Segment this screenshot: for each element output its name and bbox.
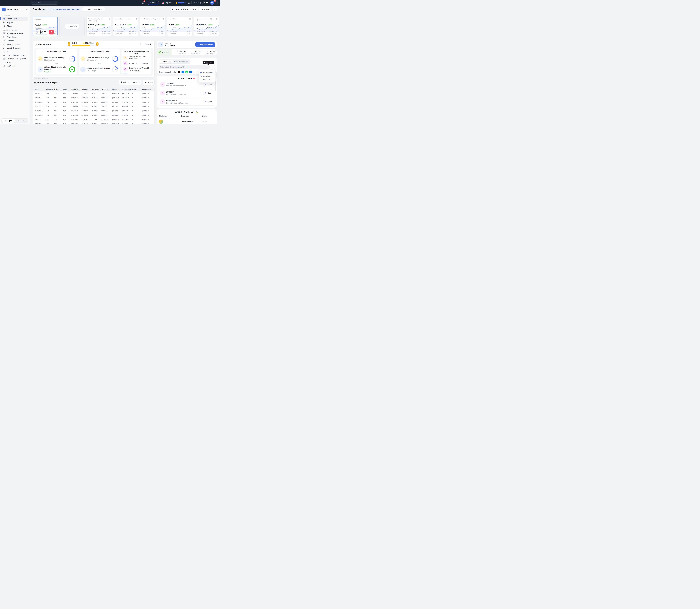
kpi-card-signups[interactable]: Sign-Ups 78,500 +100% Sign-Ups Current m… [33, 17, 58, 36]
theme-light-button[interactable]: Light [2, 119, 15, 123]
sidebar-item-reports[interactable]: Reports [2, 21, 28, 24]
vertical-scrollbar[interactable] [150, 56, 151, 69]
sidebar-item-products[interactable]: Products [2, 39, 28, 42]
sidebar-item-marketing-tools[interactable]: Marketing Tools [2, 42, 28, 46]
sidebar-item-offers[interactable]: Offers [2, 24, 28, 28]
column-header[interactable]: Deposits [82, 88, 92, 90]
table-row[interactable]: 30/09/2…2766215140$113350$239400$179750$… [33, 91, 154, 95]
challenge-row[interactable]: 35% CopyRate 2d left [159, 120, 215, 124]
search-icon [55, 2, 56, 4]
menu-item-shorten-link[interactable]: Shorten Link [199, 78, 216, 82]
delete-kpi-button[interactable] [49, 30, 54, 34]
plus-icon [67, 25, 69, 27]
sidebar-item-affiliate-management[interactable]: Affiliate Management [2, 32, 28, 35]
column-header[interactable]: Withdra… [102, 88, 112, 90]
menu-item-get-code[interactable]: Get Code [199, 74, 216, 78]
report-expand-button[interactable]: Expand [142, 80, 155, 85]
sidebar-item-dashboard[interactable]: Dashboard [2, 17, 28, 21]
date-range-picker[interactable]: Jan 6, 2024 – Jan 13, 2024 [171, 7, 198, 12]
change-kpi-button[interactable]: Change KPI [36, 30, 48, 34]
column-header[interactable]: ClientPnl [112, 88, 122, 90]
table-row[interactable]: 02/10/20…2681224112$31222.3$179750$58258… [33, 122, 154, 124]
info-icon[interactable]: i [214, 52, 216, 54]
switch-old-version-button[interactable]: Switch to Old Version [82, 7, 105, 12]
complete-check-ring [69, 66, 75, 73]
column-header[interactable]: CPAs [63, 88, 71, 90]
share-x-icon[interactable]: X [177, 71, 181, 73]
swap-icon [37, 31, 39, 33]
language-selector[interactable]: Eng (US) [162, 2, 172, 4]
tab-tracking-link[interactable]: Tracking Link [159, 60, 173, 63]
drag-handle-icon[interactable] [136, 18, 137, 20]
share-facebook-icon[interactable]: f [182, 71, 184, 73]
table-row[interactable]: 30/09/2…2766215140$113350$239400$179750$… [33, 95, 154, 100]
share-whatsapp-icon[interactable] [185, 71, 188, 73]
columns-button[interactable]: Columns: 9 out of 19 [119, 80, 141, 85]
column-header[interactable]: First Dep… [71, 88, 82, 90]
drag-handle-icon[interactable] [216, 18, 218, 20]
sidebar-item-notifications[interactable]: Notifications [2, 64, 28, 68]
copy-coupon-button[interactable]: Copy [203, 91, 214, 95]
horizontal-scrollbar[interactable] [33, 36, 61, 37]
theme-dark-button[interactable]: Dark [15, 119, 28, 123]
table-row[interactable]: 01/10/20…2678203130$179750$31222.3$14965… [33, 113, 154, 117]
table-row[interactable]: 01/10/20…2678203130$179750$31222.3$14965… [33, 104, 154, 109]
loyalty-program-card: Loyalty Program Lvl. 2 200/250 pts Expan… [33, 40, 155, 77]
filters-button[interactable] [212, 7, 217, 12]
column-header[interactable]: FTDs [54, 88, 63, 90]
column-header[interactable]: SpreadUSD [122, 88, 132, 90]
kpi-card-spread-revenue[interactable]: Spread Revenue (USD) $3,280,000+100% Spr… [113, 17, 138, 36]
column-header[interactable]: Net Dep… [92, 88, 102, 90]
column-header[interactable]: Clicks [132, 88, 142, 90]
company-logo: AC [2, 7, 5, 12]
loyalty-progress-widget[interactable]: ? [175, 2, 190, 4]
sidebar-item-revenue-management[interactable]: Revenue Management [2, 57, 28, 60]
ask-ai-button[interactable]: Ask AI [148, 1, 159, 5]
kpi-card-net-deposits[interactable]: Net Deposits (Deposits – Withdrawals) $9… [86, 17, 112, 36]
referral-person-icon [38, 67, 43, 72]
goal-text: Earn 300 points in 30 days [87, 57, 110, 59]
commission-deal-link[interactable]: Commission Deal [137, 74, 150, 74]
period-selector[interactable]: Weekly [199, 7, 211, 12]
add-kpi-button[interactable]: Add KPI [65, 24, 79, 29]
column-header[interactable]: Signups1 [46, 88, 54, 90]
copy-coupon-button[interactable]: Copy [203, 100, 214, 104]
column-header[interactable]: Commiss… [142, 88, 153, 90]
messages-button[interactable]: 3 [141, 1, 145, 5]
request-payout-button[interactable]: Request Payout [195, 42, 215, 47]
drag-handle-icon[interactable] [189, 18, 191, 20]
help-icon[interactable]: ? [188, 2, 190, 4]
menu-item-get-qr-code[interactable]: Get QR Code [199, 70, 216, 74]
kpi-card-top-instrument[interactable]: Top Trading Instrument (by Lots) 98,300 … [194, 17, 219, 36]
kpi-card-churn-rate[interactable]: Churn Rate 5.2%+100% Churn Rate Current … [167, 17, 192, 36]
drag-handle-icon[interactable] [109, 18, 110, 20]
drag-handle-icon[interactable] [163, 18, 164, 20]
table-row[interactable]: 01/10/20…2678203130$179750$31222.3$14965… [33, 100, 154, 104]
copy-link-icon[interactable] [184, 66, 208, 68]
table-row[interactable]: 01/10/20…2678203130$179750$31222.3$14965… [33, 109, 154, 113]
column-header[interactable]: Date [35, 88, 46, 90]
tab-refer-sub-affiliates[interactable]: Refer Sub Affiliates [173, 60, 190, 63]
share-linkedin-icon[interactable]: in [189, 71, 192, 73]
sidebar-item-advertisers[interactable]: Advertisers [2, 35, 28, 39]
briefcase-icon [3, 43, 5, 45]
kpi-card-ftds[interactable]: FTDs (Firts-Time Deposits) 16,800+100% F… [140, 17, 165, 36]
goal-row: $ $5,000 in generated revenue $2,200 to … [79, 65, 120, 73]
loyalty-expand-button[interactable]: Expand [140, 42, 152, 46]
sidebar-item-email[interactable]: Email [2, 60, 28, 64]
user-menu[interactable]: OR 12 [210, 0, 218, 5]
report-title-dropdown[interactable]: Daily Performance Report [33, 81, 61, 84]
info-icon[interactable]: i [184, 52, 186, 54]
tracking-link-field[interactable]: fx.demo.track360.pro/sessions/signups?tr… [159, 65, 209, 69]
sidebar-item-payout-management[interactable]: Payout Management [2, 53, 28, 57]
sidebar-item-loyalty-program[interactable]: Loyalty Program [2, 46, 28, 50]
columns-label: Columns: 9 out of 19 [123, 81, 139, 83]
collapse-sidebar-icon[interactable] [25, 8, 28, 11]
table-row[interactable]: 02/10/20…2681224112$31222.3$179750$58258… [33, 117, 154, 122]
info-icon[interactable]: i [199, 52, 201, 54]
tracking-link-text: fx.demo.track360.pro/sessions/signups?tr… [160, 66, 184, 68]
copy-coupon-button[interactable]: Copy [203, 82, 214, 86]
link-options-button[interactable] [210, 65, 215, 69]
search-input[interactable] [33, 2, 55, 4]
search-bar[interactable] [31, 1, 58, 5]
